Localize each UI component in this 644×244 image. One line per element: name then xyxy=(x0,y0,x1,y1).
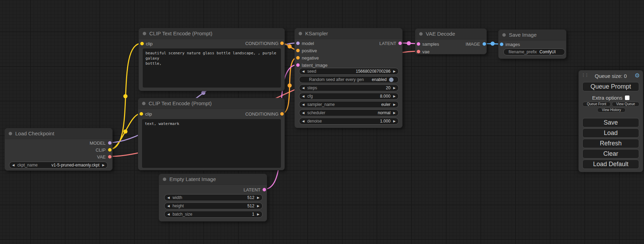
load-button[interactable]: Load xyxy=(582,128,639,138)
collapse-dot-icon[interactable] xyxy=(299,32,302,35)
node-title-bar[interactable]: CLIP Text Encode (Prompt) xyxy=(139,28,284,39)
steps-widget[interactable]: ◀ steps 20 ▶ xyxy=(299,84,399,91)
extra-options-checkbox[interactable] xyxy=(625,96,629,100)
node-title: CLIP Text Encode (Prompt) xyxy=(149,30,212,36)
link-dot xyxy=(491,42,495,46)
right-arrow-icon[interactable]: ▶ xyxy=(254,211,262,217)
collapse-dot-icon[interactable] xyxy=(143,32,146,35)
save-button[interactable]: Save xyxy=(582,118,639,127)
right-arrow-icon[interactable]: ▶ xyxy=(254,195,262,201)
cfg-widget[interactable]: ◀ cfg 8.000 ▶ xyxy=(299,93,399,100)
output-port-conditioning[interactable] xyxy=(280,112,284,116)
left-arrow-icon[interactable]: ◀ xyxy=(299,118,307,124)
input-port-model[interactable] xyxy=(296,42,300,45)
widget-value: 156680208700286 xyxy=(356,69,390,74)
prompt-textarea[interactable]: beautiful scenery nature glass bottle la… xyxy=(143,48,281,88)
input-label-positive: positive xyxy=(302,48,317,53)
node-clip-text-encode-negative[interactable]: CLIP Text Encode (Prompt) clip CONDITION… xyxy=(138,98,285,170)
input-port-clip[interactable] xyxy=(140,42,144,45)
left-arrow-icon[interactable]: ◀ xyxy=(165,211,173,217)
left-arrow-icon[interactable]: ◀ xyxy=(299,85,307,91)
collapse-dot-icon[interactable] xyxy=(9,132,12,135)
collapse-dot-icon[interactable] xyxy=(419,32,423,36)
node-title-bar[interactable]: KSampler xyxy=(295,28,402,39)
output-port-clip[interactable] xyxy=(108,148,112,152)
input-port-latent-image[interactable] xyxy=(296,63,300,67)
right-arrow-icon[interactable]: ▶ xyxy=(390,68,398,74)
right-arrow-icon[interactable]: ▶ xyxy=(390,85,398,91)
output-port-latent[interactable] xyxy=(263,188,266,191)
node-vae-decode[interactable]: VAE Decode samples vae IMAGE xyxy=(415,28,487,54)
random-seed-widget[interactable]: Random seed after every gen enabled xyxy=(299,76,399,83)
right-arrow-icon[interactable]: ▶ xyxy=(390,93,398,99)
input-port-images[interactable] xyxy=(500,43,503,46)
denoise-widget[interactable]: ◀ denoise 1.000 ▶ xyxy=(299,118,399,125)
left-arrow-icon[interactable]: ◀ xyxy=(165,195,173,201)
view-queue-button[interactable]: View Queue xyxy=(612,102,639,107)
seed-widget[interactable]: ◀ seed 156680208700286 ▶ xyxy=(299,68,399,75)
link-dot xyxy=(123,94,127,98)
output-port-image[interactable] xyxy=(483,42,486,46)
prompt-textarea[interactable]: text, watermark xyxy=(142,119,281,168)
node-ksampler[interactable]: KSampler model positive negative latent_… xyxy=(294,28,403,128)
output-port-latent[interactable] xyxy=(398,42,402,45)
right-arrow-icon[interactable]: ▶ xyxy=(254,203,262,209)
widget-value: 20 xyxy=(386,85,390,90)
input-port-vae[interactable] xyxy=(417,50,420,53)
left-arrow-icon[interactable]: ◀ xyxy=(299,68,307,74)
node-title-bar[interactable]: Save Image xyxy=(499,30,566,40)
queue-panel[interactable]: ⋮⋮ Queue size: 0 ⚙ Queue Prompt Extra op… xyxy=(579,70,643,172)
input-label-clip: clip xyxy=(145,111,152,117)
clear-button[interactable]: Clear xyxy=(582,149,639,159)
right-arrow-icon[interactable]: ▶ xyxy=(390,118,398,124)
input-port-positive[interactable] xyxy=(296,49,300,52)
right-arrow-icon[interactable]: ▶ xyxy=(99,162,107,168)
scheduler-widget[interactable]: ◀ scheduler normal ▶ xyxy=(299,109,399,116)
node-save-image[interactable]: Save Image images filename_prefix ComfyU… xyxy=(498,29,566,59)
gear-icon[interactable]: ⚙ xyxy=(635,72,640,79)
collapse-dot-icon[interactable] xyxy=(142,102,145,105)
filename-prefix-widget[interactable]: filename_prefix ComfyUI xyxy=(503,48,565,55)
output-port-vae[interactable] xyxy=(108,155,112,159)
height-widget[interactable]: ◀ height 512 ▶ xyxy=(164,202,263,209)
queue-front-button[interactable]: Queue Front xyxy=(582,102,611,107)
output-port-model[interactable] xyxy=(108,141,112,145)
load-default-button[interactable]: Load Default xyxy=(582,160,639,169)
left-arrow-icon[interactable]: ◀ xyxy=(165,203,173,209)
node-title: VAE Decode xyxy=(426,31,455,37)
node-title: CLIP Text Encode (Prompt) xyxy=(149,100,212,106)
widget-label: seed xyxy=(307,69,316,74)
input-port-samples[interactable] xyxy=(417,42,420,46)
node-load-checkpoint[interactable]: Load Checkpoint MODEL CLIP VAE ◀ ckpt_na… xyxy=(5,128,113,171)
node-empty-latent-image[interactable]: Empty Latent Image LATENT ◀ width 512 ▶ … xyxy=(159,174,267,222)
left-arrow-icon[interactable]: ◀ xyxy=(299,110,307,116)
sampler-name-widget[interactable]: ◀ sampler_name euler ▶ xyxy=(299,101,399,108)
queue-prompt-button[interactable]: Queue Prompt xyxy=(582,82,639,91)
node-title-bar[interactable]: Empty Latent Image xyxy=(159,174,267,185)
ckpt-name-widget[interactable]: ◀ ckpt_name v1-5-pruned-emaonly.ckpt ▶ xyxy=(9,162,108,169)
right-arrow-icon[interactable]: ▶ xyxy=(390,101,398,108)
output-port-conditioning[interactable] xyxy=(280,42,284,45)
input-port-clip[interactable] xyxy=(140,112,143,116)
output-label-latent: LATENT xyxy=(379,41,396,46)
node-title-bar[interactable]: VAE Decode xyxy=(415,29,486,39)
link-dot xyxy=(288,44,292,48)
refresh-button[interactable]: Refresh xyxy=(582,139,639,148)
collapse-dot-icon[interactable] xyxy=(163,178,166,181)
right-arrow-icon[interactable]: ▶ xyxy=(390,110,398,116)
view-history-button[interactable]: View History xyxy=(597,108,626,112)
toggle-icon[interactable] xyxy=(389,78,394,82)
node-title-bar[interactable]: Load Checkpoint xyxy=(5,128,112,139)
batch-size-widget[interactable]: ◀ batch_size 1 ▶ xyxy=(164,211,263,218)
node-clip-text-encode-positive[interactable]: CLIP Text Encode (Prompt) clip CONDITION… xyxy=(139,28,285,91)
input-label-clip: clip xyxy=(146,41,153,46)
left-arrow-icon[interactable]: ◀ xyxy=(9,162,17,168)
width-widget[interactable]: ◀ width 512 ▶ xyxy=(164,194,263,201)
widget-value: 512 xyxy=(247,195,254,200)
input-port-negative[interactable] xyxy=(296,56,300,60)
left-arrow-icon[interactable]: ◀ xyxy=(299,93,307,99)
node-title-bar[interactable]: CLIP Text Encode (Prompt) xyxy=(138,98,284,109)
left-arrow-icon[interactable]: ◀ xyxy=(299,101,307,108)
collapse-dot-icon[interactable] xyxy=(502,33,506,37)
comfyui-canvas[interactable]: { "icons": { "gear": "⚙", "left_arrow": … xyxy=(0,0,644,244)
